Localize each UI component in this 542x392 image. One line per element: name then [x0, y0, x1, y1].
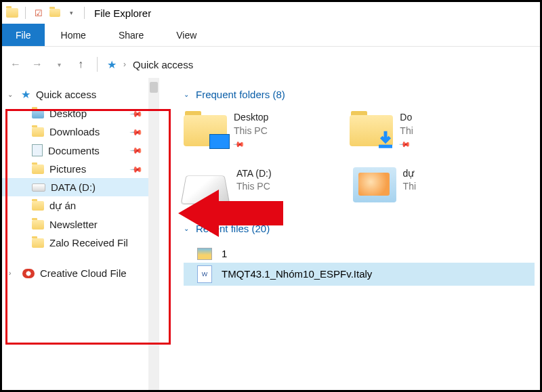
sidebar-item-label: Downloads: [49, 126, 100, 137]
sidebar-creative-cloud[interactable]: › Creative Cloud File: [2, 264, 159, 282]
folder-location: Thi: [403, 180, 416, 194]
breadcrumb-chevron-icon: ›: [123, 60, 126, 69]
creative-cloud-icon: [22, 269, 35, 278]
sidebar-item-zalo[interactable]: Zalo Received Fil: [2, 234, 159, 252]
quick-access-icon: ★: [21, 88, 30, 101]
sidebar-item-label: dự án: [49, 200, 76, 212]
pin-icon: 📌: [129, 162, 144, 176]
pin-icon: 📌: [129, 106, 144, 121]
back-icon[interactable]: ←: [9, 58, 22, 71]
document-icon: [32, 144, 43, 156]
home-tab[interactable]: Home: [45, 24, 102, 46]
titlebar: ☑ ▾ File Explorer: [2, 2, 540, 24]
navigation-pane: ⌄ ★ Quick access Desktop 📌 Downloads 📌 D…: [2, 78, 159, 390]
file-name: 1: [222, 248, 227, 259]
sidebar-item-label: Newsletter: [49, 219, 98, 230]
annotation-arrow-icon: [178, 186, 287, 240]
section-label: Frequent folders (8): [196, 89, 285, 100]
separator: [97, 57, 98, 72]
frequent-folders-grid: Desktop This PC 📌 Do Thi 📌: [184, 111, 540, 151]
new-folder-icon[interactable]: [49, 7, 61, 19]
sidebar-item-label: Creative Cloud File: [40, 267, 127, 279]
folder-icon: [6, 7, 18, 19]
pin-icon: 📌: [232, 137, 246, 152]
sidebar-item-label: Quick access: [36, 89, 96, 100]
up-icon[interactable]: ↑: [74, 58, 87, 71]
download-arrow-icon: [375, 129, 396, 149]
frequent-folders-header[interactable]: ⌄ Frequent folders (8): [184, 89, 540, 100]
ribbon: File Home Share View: [2, 24, 540, 47]
folder-name: Do: [400, 111, 413, 125]
sidebar-item-downloads[interactable]: Downloads 📌: [2, 123, 159, 141]
pin-icon: 📌: [129, 125, 144, 139]
chevron-right-icon: ›: [9, 269, 17, 277]
sidebar-item-du-an[interactable]: dự án: [2, 196, 159, 215]
navbar: ← → ▾ ↑ ★ › Quick access: [2, 51, 540, 78]
chevron-down-icon: ⌄: [7, 91, 16, 98]
sidebar-item-documents[interactable]: Documents 📌: [2, 141, 159, 160]
sidebar-item-label: Documents: [48, 145, 100, 156]
forward-icon[interactable]: →: [30, 58, 44, 71]
sidebar-item-newsletter[interactable]: Newsletter: [2, 215, 159, 234]
recent-file-tmqt[interactable]: W TMQT43.1_Nhóm10_ESPFv.Italy: [184, 263, 535, 286]
folder-name: ATA (D:): [236, 167, 272, 181]
sidebar-item-pictures[interactable]: Pictures 📌: [2, 160, 159, 178]
sidebar-quick-access[interactable]: ⌄ ★ Quick access: [2, 85, 159, 104]
pin-icon: 📌: [398, 137, 412, 152]
sidebar-item-label: DATA (D:): [51, 181, 96, 193]
folder-large-icon: [353, 167, 396, 202]
chevron-down-icon: ⌄: [184, 91, 192, 98]
folder-icon: [32, 109, 44, 118]
folder-name: Desktop: [234, 111, 268, 125]
folder-icon: [32, 220, 44, 230]
file-name: TMQT43.1_Nhóm10_ESPFv.Italy: [222, 268, 372, 280]
folder-icon: [32, 238, 44, 248]
word-file-icon: W: [197, 265, 212, 283]
sidebar-item-label: Desktop: [49, 108, 87, 119]
sidebar-item-label: Pictures: [49, 163, 86, 175]
folder-large-icon: [184, 111, 227, 146]
folder-location: This PC: [234, 125, 268, 138]
recent-file-1[interactable]: 1: [184, 245, 540, 263]
separator: [84, 7, 85, 19]
image-file-icon: [197, 248, 212, 260]
share-tab[interactable]: Share: [102, 24, 160, 46]
view-tab[interactable]: View: [160, 24, 213, 46]
sidebar-item-data-d[interactable]: DATA (D:): [2, 178, 159, 196]
properties-icon[interactable]: ☑: [33, 7, 45, 19]
drive-icon: [32, 183, 45, 192]
folder-icon: [32, 165, 44, 174]
window-title: File Explorer: [94, 7, 151, 19]
breadcrumb-location: Quick access: [133, 59, 193, 70]
folder-icon: [32, 127, 44, 137]
svg-marker-1: [381, 138, 391, 144]
sidebar-scrollbar[interactable]: [148, 78, 159, 390]
customize-qat-icon[interactable]: ▾: [65, 7, 77, 19]
folder-name: dự: [403, 167, 416, 181]
folder-item-desktop[interactable]: Desktop This PC 📌: [184, 111, 268, 151]
pin-icon: 📌: [129, 144, 144, 158]
svg-marker-0: [178, 190, 283, 237]
breadcrumb[interactable]: ★ › Quick access: [107, 58, 193, 71]
folder-large-icon: [350, 111, 393, 146]
folder-item-downloads[interactable]: Do Thi 📌: [350, 111, 413, 151]
sidebar-item-label: Zalo Received Fil: [49, 237, 128, 248]
separator: [25, 7, 26, 19]
folder-icon: [32, 201, 44, 211]
folder-location: Thi: [400, 125, 413, 138]
sidebar-item-desktop[interactable]: Desktop 📌: [2, 104, 159, 123]
recent-dropdown-icon[interactable]: ▾: [52, 58, 66, 71]
folder-item-du-an[interactable]: dự Thi: [353, 167, 416, 204]
file-tab[interactable]: File: [2, 24, 45, 46]
quick-access-icon: ★: [107, 58, 117, 71]
